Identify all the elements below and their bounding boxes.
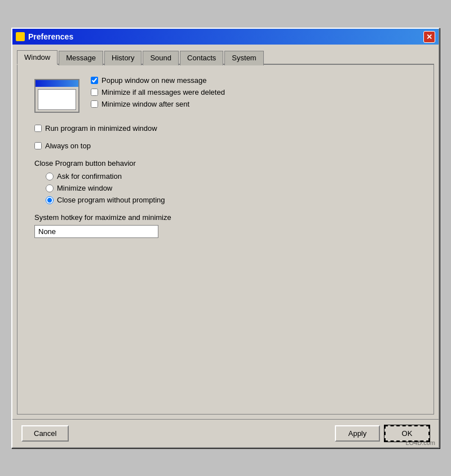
radio-row-minimize: Minimize window bbox=[46, 184, 417, 192]
close-behavior-label: Close Program button behavior bbox=[34, 159, 417, 168]
radio-minimize-window[interactable] bbox=[46, 184, 54, 192]
always-on-top-section: Always on top bbox=[34, 142, 417, 150]
app-icon bbox=[16, 32, 25, 41]
radio-group-close: Ask for confirmation Minimize window Clo… bbox=[46, 172, 417, 204]
radio-close-no-prompt-label: Close program without prompting bbox=[57, 196, 165, 204]
checkbox-row-popup: Popup window on new message bbox=[91, 76, 225, 85]
checkbox-popup[interactable] bbox=[91, 77, 98, 84]
tab-system[interactable]: System bbox=[224, 51, 263, 65]
checkbox-row-always-on-top: Always on top bbox=[34, 142, 417, 150]
checkbox-always-on-top-label: Always on top bbox=[45, 142, 91, 150]
hotkey-label: System hotkey for maximize and minimize bbox=[34, 213, 417, 222]
cancel-button[interactable]: Cancel bbox=[21, 425, 69, 442]
radio-ask-label: Ask for confirmation bbox=[57, 172, 122, 180]
checkbox-minimize-sent[interactable] bbox=[91, 100, 98, 108]
apply-button[interactable]: Apply bbox=[335, 425, 380, 442]
radio-close-no-prompting[interactable] bbox=[46, 196, 54, 204]
hotkey-input[interactable] bbox=[34, 225, 158, 238]
checkbox-row-minimize-deleted: Minimize if all messages were deleted bbox=[91, 88, 225, 96]
checkbox-popup-label: Popup window on new message bbox=[101, 76, 206, 85]
radio-row-close-no-prompt: Close program without prompting bbox=[46, 196, 417, 204]
hotkey-section: System hotkey for maximize and minimize bbox=[34, 213, 417, 238]
close-behavior-section: Close Program button behavior Ask for co… bbox=[34, 159, 417, 204]
radio-row-ask: Ask for confirmation bbox=[46, 172, 417, 180]
window-preview-image bbox=[34, 79, 79, 113]
tab-content-window: Popup window on new message Minimize if … bbox=[17, 65, 434, 415]
standalone-checkboxes-section: Run program in minimized window bbox=[34, 124, 417, 133]
options-area: Popup window on new message Minimize if … bbox=[34, 76, 417, 113]
tab-bar: Window Message History Sound Contacts Sy… bbox=[17, 49, 434, 65]
checkbox-run-minimized[interactable] bbox=[34, 125, 42, 132]
main-checkboxes: Popup window on new message Minimize if … bbox=[91, 76, 225, 113]
close-button[interactable]: ✕ bbox=[423, 31, 435, 43]
preferences-dialog: Preferences ✕ Window Message History Sou… bbox=[11, 28, 440, 448]
title-bar: Preferences ✕ bbox=[12, 29, 439, 45]
tab-history[interactable]: History bbox=[104, 51, 142, 65]
radio-minimize-label: Minimize window bbox=[57, 184, 112, 192]
radio-ask-confirmation[interactable] bbox=[46, 173, 54, 180]
watermark: LO4D.com bbox=[405, 439, 435, 446]
checkbox-minimize-deleted[interactable] bbox=[91, 89, 98, 96]
checkbox-row-minimized-window: Run program in minimized window bbox=[34, 124, 417, 133]
checkbox-run-minimized-label: Run program in minimized window bbox=[45, 124, 157, 133]
tab-sound[interactable]: Sound bbox=[143, 51, 179, 65]
checkbox-minimize-sent-label: Minimize window after sent bbox=[101, 100, 189, 108]
tab-message[interactable]: Message bbox=[59, 51, 103, 65]
checkbox-always-on-top[interactable] bbox=[34, 142, 42, 149]
title-bar-title: Preferences bbox=[16, 32, 73, 41]
checkbox-row-minimize-sent: Minimize window after sent bbox=[91, 100, 225, 108]
window-body: Window Message History Sound Contacts Sy… bbox=[12, 45, 439, 419]
checkbox-minimize-deleted-label: Minimize if all messages were deleted bbox=[101, 88, 225, 96]
tab-window[interactable]: Window bbox=[17, 50, 58, 65]
window-title: Preferences bbox=[28, 32, 73, 41]
button-bar: Cancel Apply OK bbox=[12, 419, 439, 447]
tab-contacts[interactable]: Contacts bbox=[180, 51, 223, 65]
